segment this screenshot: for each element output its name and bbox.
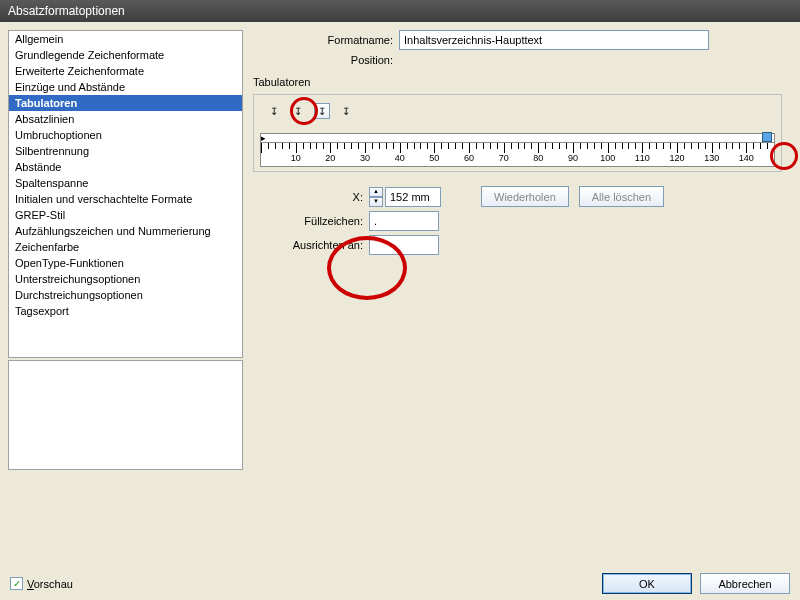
sidebar-item-erweiterte[interactable]: Erweiterte Zeichenformate (9, 63, 242, 79)
category-sidebar: Allgemein Grundlegende Zeichenformate Er… (8, 30, 243, 358)
sidebar-item-aufzaehlung[interactable]: Aufzählungszeichen und Nummerierung (9, 223, 242, 239)
position-label: Position: (253, 54, 393, 66)
sidebar-item-tabulatoren[interactable]: Tabulatoren (9, 95, 242, 111)
sidebar-item-silbentrennung[interactable]: Silbentrennung (9, 143, 242, 159)
sidebar-item-grundlegende[interactable]: Grundlegende Zeichenformate (9, 47, 242, 63)
checkbox-icon: ✓ (10, 577, 23, 590)
repeat-button[interactable]: Wiederholen (481, 186, 569, 207)
formatname-label: Formatname: (253, 34, 393, 46)
preview-label: VVorschauorschau (27, 578, 73, 590)
ruler[interactable]: ▸ 102030405060708090100110120130140150 (260, 133, 775, 167)
fillchar-label: Füllzeichen: (253, 215, 363, 227)
tab-panel: ↧ ↧ ↧ ↧ ▸ 102030405060708090100110120130… (253, 94, 782, 172)
tab-stop-marker[interactable] (762, 132, 772, 142)
x-label: X: (253, 191, 363, 203)
ok-button[interactable]: OK (602, 573, 692, 594)
window-titlebar: Absatzformatoptionen (0, 0, 800, 22)
sidebar-item-allgemein[interactable]: Allgemein (9, 31, 242, 47)
sidebar-item-grep[interactable]: GREP-Stil (9, 207, 242, 223)
indent-marker-icon[interactable]: ▸ (261, 133, 266, 143)
sidebar-item-unterstreich[interactable]: Unterstreichungsoptionen (9, 271, 242, 287)
x-spin-down[interactable]: ▼ (369, 197, 383, 207)
section-title: Tabulatoren (253, 76, 782, 88)
cancel-button[interactable]: Abbrechen (700, 573, 790, 594)
formatname-input[interactable] (399, 30, 709, 50)
sidebar-item-durchstreich[interactable]: Durchstreichungsoptionen (9, 287, 242, 303)
sidebar-item-initialen[interactable]: Initialen und verschachtelte Formate (9, 191, 242, 207)
clear-all-button[interactable]: Alle löschen (579, 186, 664, 207)
alignon-input[interactable] (369, 235, 439, 255)
sidebar-item-absatzlinien[interactable]: Absatzlinien (9, 111, 242, 127)
tab-align-center-icon[interactable]: ↧ (290, 103, 306, 119)
sidebar-item-einzuege[interactable]: Einzüge und Abstände (9, 79, 242, 95)
sidebar-item-tagsexport[interactable]: Tagsexport (9, 303, 242, 319)
tab-align-right-icon[interactable]: ↧ (314, 103, 330, 119)
sidebar-item-abstaende[interactable]: Abstände (9, 159, 242, 175)
preview-checkbox[interactable]: ✓ VVorschauorschau (10, 577, 73, 590)
preview-box (8, 360, 243, 470)
fillchar-input[interactable] (369, 211, 439, 231)
x-spin-up[interactable]: ▲ (369, 187, 383, 197)
sidebar-item-zeichenfarbe[interactable]: Zeichenfarbe (9, 239, 242, 255)
sidebar-item-spaltenspanne[interactable]: Spaltenspanne (9, 175, 242, 191)
sidebar-item-opentype[interactable]: OpenType-Funktionen (9, 255, 242, 271)
x-input[interactable] (385, 187, 441, 207)
tab-align-left-icon[interactable]: ↧ (266, 103, 282, 119)
tab-align-decimal-icon[interactable]: ↧ (338, 103, 354, 119)
alignon-label: Ausrichten an: (253, 239, 363, 251)
sidebar-item-umbruch[interactable]: Umbruchoptionen (9, 127, 242, 143)
